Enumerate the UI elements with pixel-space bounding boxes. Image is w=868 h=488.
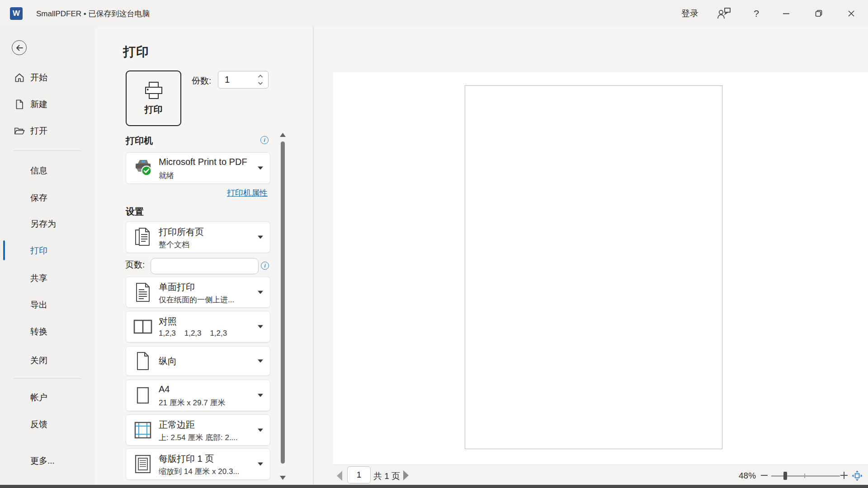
person-feedback-icon bbox=[717, 7, 731, 20]
pages-input[interactable] bbox=[151, 258, 259, 274]
fit-to-page-button[interactable] bbox=[852, 470, 863, 483]
zoom-slider-track[interactable] bbox=[771, 475, 840, 477]
scrollbar-thumb[interactable] bbox=[281, 141, 285, 464]
zoom-out-button[interactable] bbox=[761, 475, 768, 476]
chevron-down-icon bbox=[258, 291, 263, 294]
sidebar-item-new[interactable]: 新建 bbox=[0, 98, 95, 111]
copies-stepper[interactable] bbox=[218, 71, 269, 89]
pages-info-icon[interactable]: i bbox=[261, 262, 269, 270]
help-button[interactable]: ? bbox=[746, 0, 767, 27]
minimize-icon bbox=[782, 9, 791, 18]
zoom-percent-label[interactable]: 48% bbox=[739, 471, 756, 481]
word-logo-icon: W bbox=[10, 7, 23, 20]
sidebar-item-share[interactable]: 共享 bbox=[0, 272, 95, 285]
sidebar-item-open[interactable]: 打开 bbox=[0, 125, 95, 137]
sidebar-item-info[interactable]: 信息 bbox=[0, 164, 95, 177]
new-document-icon bbox=[14, 99, 25, 110]
word-logo-letter: W bbox=[13, 9, 20, 18]
scrollbar-down-button[interactable] bbox=[279, 476, 286, 481]
restore-icon bbox=[814, 9, 823, 18]
next-page-button[interactable] bbox=[403, 470, 409, 480]
pages-per-sheet-icon bbox=[132, 455, 154, 474]
one-sided-icon bbox=[132, 282, 154, 302]
preview-bottom-bar bbox=[333, 465, 868, 485]
zoom-slider-center-tick bbox=[804, 474, 805, 478]
chevron-down-icon bbox=[258, 394, 263, 397]
scrollbar-up-button[interactable] bbox=[279, 133, 286, 138]
feedback-person-button[interactable] bbox=[713, 0, 734, 27]
taskbar-edge bbox=[0, 485, 868, 488]
printer-section-title: 打印机 bbox=[126, 135, 153, 147]
arrow-left-icon bbox=[15, 43, 24, 52]
preview-page bbox=[465, 85, 722, 449]
app-title: SmallPDFER • 已保存到这台电脑 bbox=[36, 0, 150, 27]
sidebar-divider bbox=[14, 150, 81, 151]
sidebar-item-export[interactable]: 导出 bbox=[0, 299, 95, 311]
portrait-icon bbox=[132, 352, 154, 371]
chevron-down-icon bbox=[258, 325, 263, 328]
sign-in-button[interactable]: 登录 bbox=[676, 0, 703, 27]
sidebar-item-more[interactable]: 更多... bbox=[0, 455, 95, 467]
printer-properties-link[interactable]: 打印机属性 bbox=[227, 188, 268, 198]
stepper-up-icon[interactable] bbox=[257, 74, 264, 79]
printer-info-icon[interactable]: i bbox=[260, 136, 269, 144]
sidebar-divider bbox=[14, 378, 81, 379]
pages-label: 页数: bbox=[125, 259, 145, 271]
printer-icon bbox=[142, 81, 165, 100]
open-folder-icon bbox=[14, 126, 25, 136]
page-total-label: 共 1 页 bbox=[373, 470, 400, 482]
chevron-down-icon bbox=[258, 236, 263, 239]
close-icon bbox=[847, 9, 856, 18]
back-button[interactable] bbox=[12, 40, 27, 55]
page-number-input[interactable] bbox=[347, 466, 371, 483]
next-page-icon bbox=[403, 470, 409, 480]
close-button[interactable] bbox=[841, 0, 862, 27]
dropdown-paper-size[interactable]: A4 21 厘米 x 29.7 厘米 bbox=[126, 380, 270, 411]
settings-section-title: 设置 bbox=[126, 206, 144, 218]
titlebar: W SmallPDFER • 已保存到这台电脑 登录 ? bbox=[0, 0, 868, 27]
dropdown-print-range[interactable]: 打印所有页 整个文档 bbox=[126, 221, 270, 253]
paper-a4-icon bbox=[132, 387, 154, 404]
dropdown-duplex[interactable]: 单面打印 仅在纸面的一侧上进... bbox=[126, 277, 270, 308]
sidebar-item-save[interactable]: 保存 bbox=[0, 192, 95, 204]
chevron-down-icon bbox=[258, 360, 263, 363]
dropdown-orientation[interactable]: 纵向 bbox=[126, 346, 270, 376]
chevron-down-icon bbox=[258, 428, 263, 432]
print-button-label: 打印 bbox=[145, 103, 163, 116]
minus-icon bbox=[761, 475, 768, 476]
panel-divider bbox=[313, 27, 314, 485]
fit-to-page-icon bbox=[852, 470, 863, 481]
dropdown-margins[interactable]: 正常边距 上: 2.54 厘米 底部: 2.... bbox=[126, 414, 270, 446]
dropdown-collation[interactable]: 对照 1,2,3 1,2,3 1,2,3 bbox=[126, 311, 270, 343]
sidebar-item-print[interactable]: 打印 bbox=[0, 244, 95, 257]
dropdown-pages-per-sheet[interactable]: 每版打印 1 页 缩放到 14 厘米 x 20.3... bbox=[126, 448, 270, 480]
sidebar-item-feedback[interactable]: 反馈 bbox=[0, 418, 95, 431]
chevron-down-icon bbox=[258, 463, 263, 466]
previous-page-button[interactable] bbox=[337, 471, 342, 481]
collated-icon bbox=[132, 319, 154, 334]
copies-input[interactable] bbox=[225, 71, 252, 88]
sidebar-item-home[interactable]: 开始 bbox=[0, 71, 95, 84]
printer-ready-icon bbox=[132, 159, 154, 178]
previous-page-icon bbox=[337, 471, 342, 481]
copies-label: 份数: bbox=[192, 75, 211, 87]
zoom-slider-thumb[interactable] bbox=[783, 472, 787, 480]
printer-status: 就绪 bbox=[159, 170, 174, 181]
stepper-down-icon[interactable] bbox=[257, 80, 264, 86]
restore-button[interactable] bbox=[808, 0, 829, 27]
sidebar-item-close[interactable]: 关闭 bbox=[0, 354, 95, 367]
minimize-button[interactable] bbox=[776, 0, 797, 27]
chevron-down-icon bbox=[258, 167, 263, 170]
printer-name: Microsoft Print to PDF bbox=[159, 157, 247, 167]
sidebar-item-account[interactable]: 帐户 bbox=[0, 391, 95, 404]
margins-icon bbox=[132, 421, 154, 439]
home-icon bbox=[14, 72, 25, 83]
page-title: 打印 bbox=[123, 43, 149, 61]
print-button[interactable]: 打印 bbox=[126, 70, 181, 126]
sidebar-item-save-as[interactable]: 另存为 bbox=[0, 218, 95, 230]
printer-select[interactable]: Microsoft Print to PDF 就绪 bbox=[126, 152, 270, 184]
zoom-in-button[interactable] bbox=[840, 472, 848, 479]
sidebar-item-transform[interactable]: 转换 bbox=[0, 325, 95, 338]
print-all-pages-icon bbox=[132, 227, 154, 247]
